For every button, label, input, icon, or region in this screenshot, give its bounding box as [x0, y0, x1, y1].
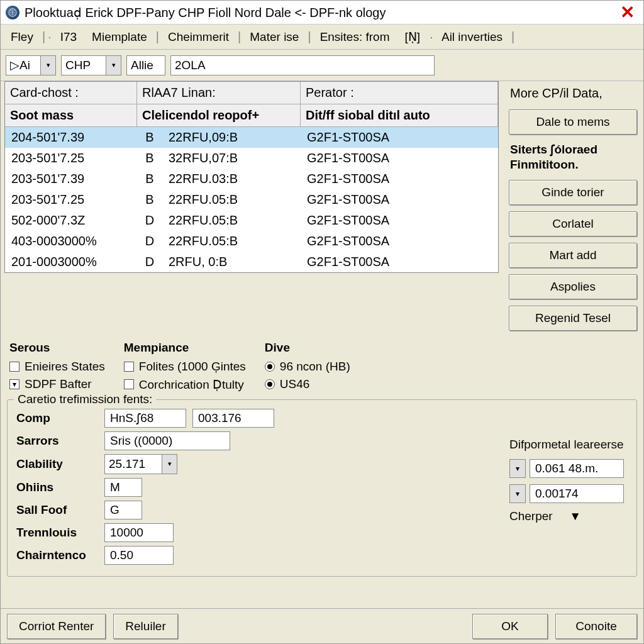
opts-serous-head: Serous — [9, 341, 105, 355]
menu-cheimmerit[interactable]: Cheimmerit — [162, 28, 235, 46]
combo-ai-input[interactable] — [6, 57, 40, 74]
checkbox-sdpf[interactable]: ▾ — [9, 379, 19, 389]
field-allie[interactable] — [126, 55, 165, 75]
cell: 203-501'7.25 — [5, 189, 137, 210]
corlatel-button[interactable]: Corlatel — [509, 211, 637, 236]
table-row[interactable]: 403-0003000%D22RFU.05:BG2F1-ST00SA — [5, 231, 498, 252]
conoite-button[interactable]: Conoite — [555, 614, 637, 639]
lbl-sarrors: Sarrors — [16, 434, 98, 448]
dale-button[interactable]: Dale to mems — [509, 109, 637, 135]
menu-fley[interactable]: Fley — [4, 28, 40, 46]
siterts-label: Siterts ʃóloraed Finmititoon. — [509, 141, 637, 174]
cell: 32RFU,07:B — [162, 148, 301, 169]
table-row[interactable]: 203-501'7.25B32RFU,07:BG2F1-ST00SA — [5, 148, 498, 169]
caretio-fieldset: Caretio trefimission fents: Comp Sarrors… — [7, 399, 637, 577]
cell: 203-501'7.39 — [5, 169, 137, 189]
col-header-riaa[interactable]: RlAA7 Linan: — [137, 82, 301, 104]
reluiler-button[interactable]: Reluiler — [113, 614, 177, 639]
checkbox-folites[interactable] — [124, 362, 134, 372]
cell: G2F1-ST00SA — [301, 252, 498, 272]
chevron-down-icon[interactable]: ▾ — [509, 459, 526, 478]
col-header-clel[interactable]: Clelicendol reopof+ — [137, 104, 301, 127]
data-table: Card-chost : RlAA7 Linan: Perator : Soot… — [4, 81, 499, 273]
col-header-ditff[interactable]: Dit/ff siobal ditıl auto — [301, 104, 498, 127]
field-ola[interactable] — [170, 55, 435, 75]
chevron-down-icon[interactable]: ▾ — [509, 484, 526, 503]
table-row[interactable]: 201-0003000%D 2RFU, 0:BG2F1-ST00SA — [5, 252, 498, 272]
app-icon — [6, 6, 19, 19]
radio-us46-label: US46 — [280, 377, 310, 391]
cell: B — [137, 189, 162, 210]
opts-dive-head: Dive — [265, 341, 350, 355]
checkbox-enieires[interactable] — [9, 362, 19, 372]
menu-ail[interactable]: Ail inverties — [435, 28, 509, 46]
combo-ai[interactable]: ▾ — [6, 55, 56, 75]
table-row[interactable]: 203-501'7.39B22RFU.03:BG2F1-ST00SA — [5, 169, 498, 189]
menu-i73[interactable]: I73 — [54, 28, 83, 46]
opts-mempiance-head: Mempiance — [124, 341, 246, 355]
combo-clability[interactable]: ▾ — [104, 454, 177, 474]
menu-materise[interactable]: Mater ise — [243, 28, 305, 46]
combo-chp-input[interactable] — [62, 57, 106, 74]
input-sallfoot[interactable] — [104, 501, 142, 519]
cell: 22RFU.05:B — [162, 210, 301, 231]
cell: D — [137, 252, 162, 272]
input-ohins[interactable] — [104, 478, 142, 497]
cell: 22RFU.05:B — [162, 189, 301, 210]
input-comp2[interactable] — [192, 409, 274, 428]
cell: 22RFU.03:B — [162, 169, 301, 189]
cell: G2F1-ST00SA — [301, 169, 498, 189]
cell: B — [137, 148, 162, 169]
col-header-card[interactable]: Card-chost : — [5, 82, 137, 104]
cell: 204-501'7.39 — [5, 127, 137, 148]
chevron-down-icon[interactable]: ▼ — [569, 509, 581, 523]
table-row[interactable]: 502-000'7.3ZD22RFU.05:BG2F1-ST00SA — [5, 210, 498, 231]
cell: G2F1-ST00SA — [301, 148, 498, 169]
aspolies-button[interactable]: Aspolies — [509, 274, 637, 299]
field-ola-input[interactable] — [171, 57, 430, 74]
input-trennlouis[interactable] — [104, 523, 174, 542]
window-title: Plooktuaḍ Erick DPF-Pany CHP Fioll Nord … — [25, 5, 616, 20]
regenid-button[interactable]: Regenid Tesel — [509, 306, 637, 331]
lbl-comp: Comp — [16, 411, 98, 425]
cell: 2RFU, 0:B — [162, 252, 301, 272]
chevron-down-icon[interactable]: ▾ — [106, 56, 121, 75]
input-sarrors[interactable] — [104, 431, 230, 450]
ginde-button[interactable]: Ginde torier — [509, 180, 637, 205]
chevron-down-icon[interactable]: ▾ — [162, 455, 177, 474]
input-chairntenco[interactable] — [104, 546, 174, 565]
menu-miemplate[interactable]: Miemplate — [86, 28, 153, 46]
cell: B — [137, 169, 162, 189]
input-clability[interactable] — [105, 456, 162, 472]
menu-ensites[interactable]: Ensites: from — [314, 28, 396, 46]
checkbox-corch[interactable] — [124, 379, 134, 389]
radio-us46[interactable] — [265, 379, 275, 389]
input-dif1[interactable] — [530, 459, 624, 478]
lbl-clability: Clability — [16, 457, 98, 471]
menu-ensites-icon[interactable]: [Ṇ] — [399, 28, 427, 46]
checkbox-folites-label: Folites (1000 Ģintes — [139, 360, 246, 374]
table-row[interactable]: 204-501'7.39B22RFU,09:BG2F1-ST00SA — [5, 127, 498, 148]
input-dif2[interactable] — [530, 484, 624, 503]
field-allie-input[interactable] — [127, 57, 165, 74]
cell: D — [137, 231, 162, 252]
lbl-chairntenco: Chairntenco — [16, 548, 98, 562]
table-row[interactable]: 203-501'7.25B22RFU.05:BG2F1-ST00SA — [5, 189, 498, 210]
combo-chp[interactable]: ▾ — [61, 55, 121, 75]
cell: D — [137, 210, 162, 231]
lbl-difpormetal: Difpormetal leareerse — [509, 438, 624, 452]
chevron-down-icon[interactable]: · — [430, 32, 433, 42]
mart-button[interactable]: Mart add — [509, 243, 637, 268]
cell: 203-501'7.25 — [5, 148, 137, 169]
corriot-button[interactable]: Corriot Renter — [7, 614, 106, 639]
col-header-soot[interactable]: Soot mass — [5, 104, 137, 127]
ok-button[interactable]: OK — [472, 614, 548, 639]
close-icon[interactable]: ✕ — [616, 2, 638, 23]
checkbox-sdpf-label: SDPF Bafter — [25, 377, 92, 391]
cell: G2F1-ST00SA — [301, 210, 498, 231]
checkbox-enieires-label: Enieires States — [25, 360, 105, 374]
col-header-perator[interactable]: Perator : — [301, 82, 498, 104]
radio-ncon[interactable] — [265, 362, 275, 372]
input-comp1[interactable] — [104, 409, 186, 428]
chevron-down-icon[interactable]: ▾ — [40, 56, 55, 75]
